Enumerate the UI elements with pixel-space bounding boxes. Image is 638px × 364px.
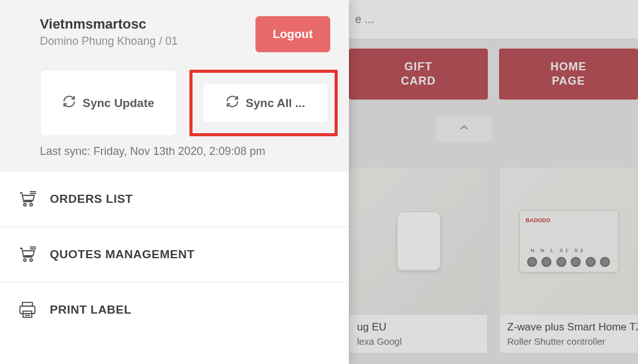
user-row: Vietnmsmartosc Domino Phung Khoang / 01 … [40, 16, 330, 52]
cart-list-icon [17, 189, 37, 209]
sync-all-highlight: Sync All ... [189, 70, 338, 136]
svg-point-0 [24, 203, 26, 206]
svg-rect-9 [20, 306, 35, 314]
drawer-header: Vietnmsmartosc Domino Phung Khoang / 01 … [0, 0, 349, 172]
svg-point-5 [30, 259, 32, 261]
printer-icon [17, 300, 37, 320]
menu-orders-list[interactable]: ORDERS LIST [0, 172, 349, 227]
sync-update-button[interactable]: Sync Update [40, 70, 177, 136]
logout-button[interactable]: Logout [255, 16, 330, 52]
menu-print-label[interactable]: PRINT LABEL [0, 282, 349, 337]
settings-drawer: Vietnmsmartosc Domino Phung Khoang / 01 … [0, 0, 349, 364]
sync-buttons-row: Sync Update Sync All ... [40, 70, 330, 136]
refresh-icon [62, 95, 76, 111]
sync-update-label: Sync Update [82, 96, 154, 110]
user-name: Vietnmsmartosc [40, 16, 178, 32]
menu-label: PRINT LABEL [50, 303, 131, 317]
svg-rect-10 [23, 311, 32, 317]
sync-all-button[interactable]: Sync All ... [202, 83, 328, 123]
sync-all-label: Sync All ... [245, 96, 305, 110]
menu-quotes-management[interactable]: QUOTES MANAGEMENT [0, 227, 349, 282]
svg-point-4 [24, 259, 26, 261]
svg-point-1 [30, 203, 32, 206]
cart-list-icon [17, 245, 37, 264]
menu-label: QUOTES MANAGEMENT [50, 248, 194, 261]
refresh-icon [226, 95, 239, 111]
last-sync-text: Last sync: Friday, Nov 13th 2020, 2:09:0… [40, 145, 330, 158]
drawer-menu: ORDERS LIST QUOTES MANAGEMENT [0, 172, 349, 337]
menu-label: ORDERS LIST [50, 192, 133, 206]
user-info: Vietnmsmartosc Domino Phung Khoang / 01 [40, 16, 178, 48]
user-location: Domino Phung Khoang / 01 [40, 35, 178, 48]
